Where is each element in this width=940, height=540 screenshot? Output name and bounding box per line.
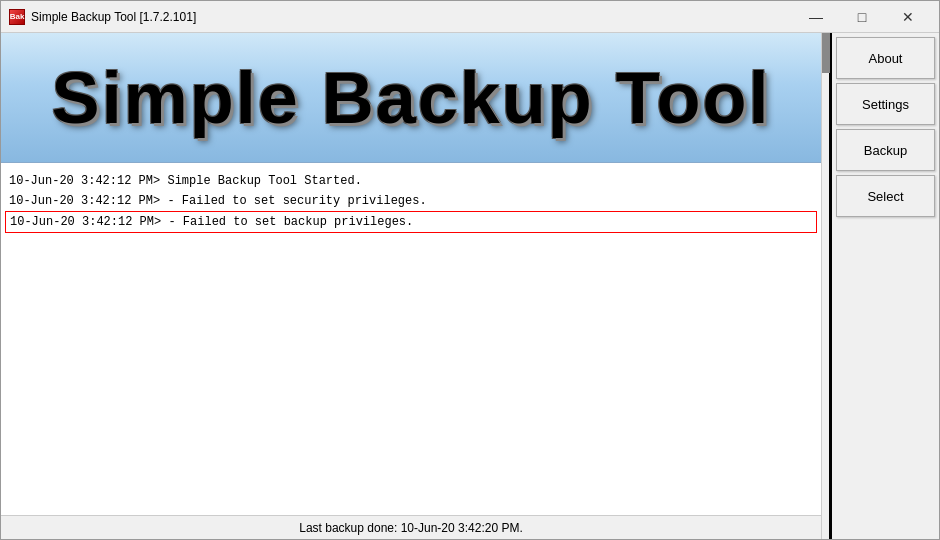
log-line: 10-Jun-20 3:42:12 PM> - Failed to set ba… — [5, 211, 817, 233]
log-area[interactable]: 10-Jun-20 3:42:12 PM> Simple Backup Tool… — [1, 163, 821, 515]
sidebar-btn-select[interactable]: Select — [836, 175, 935, 217]
title-bar: Bak Simple Backup Tool [1.7.2.101] — □ ✕ — [1, 1, 939, 33]
title-bar-text: Simple Backup Tool [1.7.2.101] — [31, 10, 793, 24]
log-line: 10-Jun-20 3:42:12 PM> - Failed to set se… — [5, 191, 817, 211]
scrollbar-thumb[interactable] — [822, 33, 830, 73]
sidebar: AboutSettingsBackupSelect — [829, 33, 939, 539]
maximize-button[interactable]: □ — [839, 4, 885, 30]
close-button[interactable]: ✕ — [885, 4, 931, 30]
header-title: Simple Backup Tool — [52, 57, 771, 139]
header-banner: Simple Backup Tool — [1, 33, 821, 163]
content-area: Simple Backup Tool 10-Jun-20 3:42:12 PM>… — [1, 33, 939, 539]
log-line: 10-Jun-20 3:42:12 PM> Simple Backup Tool… — [5, 171, 817, 191]
scrollbar-track[interactable] — [821, 33, 829, 539]
sidebar-btn-settings[interactable]: Settings — [836, 83, 935, 125]
app-icon: Bak — [9, 9, 25, 25]
status-bar: Last backup done: 10-Jun-20 3:42:20 PM. — [1, 515, 821, 539]
title-bar-controls: — □ ✕ — [793, 4, 931, 30]
main-panel: Simple Backup Tool 10-Jun-20 3:42:12 PM>… — [1, 33, 821, 539]
minimize-button[interactable]: — — [793, 4, 839, 30]
sidebar-btn-about[interactable]: About — [836, 37, 935, 79]
sidebar-btn-backup[interactable]: Backup — [836, 129, 935, 171]
main-window: Bak Simple Backup Tool [1.7.2.101] — □ ✕… — [0, 0, 940, 540]
status-text: Last backup done: 10-Jun-20 3:42:20 PM. — [299, 521, 522, 535]
